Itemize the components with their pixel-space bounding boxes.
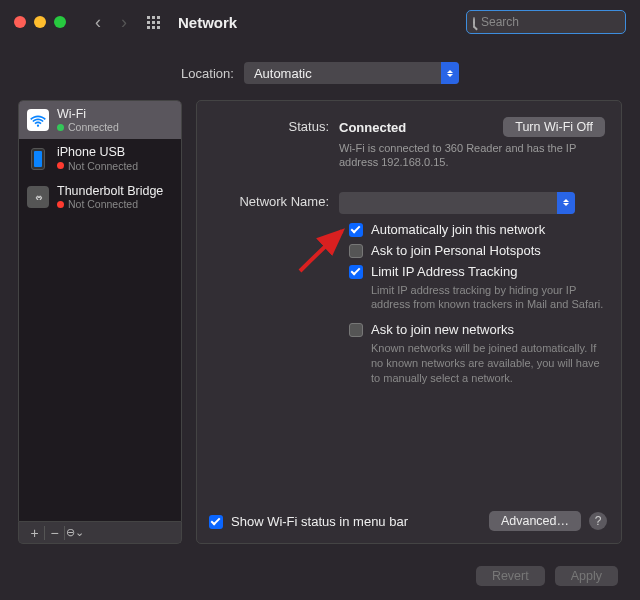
status-row: Status: Connected Turn Wi-Fi Off Wi-Fi i…: [207, 117, 605, 170]
revert-button[interactable]: Revert: [476, 566, 545, 586]
ask-hotspot-row: Ask to join Personal Hotspots: [349, 243, 605, 258]
limit-ip-subtext: Limit IP address tracking by hiding your…: [371, 283, 605, 313]
search-field-wrap[interactable]: [466, 10, 626, 34]
network-name-label: Network Name:: [207, 192, 339, 214]
status-value: Connected: [339, 120, 406, 135]
help-button[interactable]: ?: [589, 512, 607, 530]
back-button[interactable]: ‹: [89, 12, 107, 33]
auto-join-row: Automatically join this network: [349, 222, 605, 237]
show-status-checkbox[interactable]: [209, 515, 223, 529]
sidebar-item-status: Not Connected: [57, 160, 138, 172]
limit-ip-checkbox[interactable]: [349, 265, 363, 279]
wifi-icon: [27, 109, 49, 131]
status-subtext: Wi-Fi is connected to 360 Reader and has…: [339, 141, 579, 170]
ask-new-label: Ask to join new networks: [371, 322, 514, 337]
sidebar-item-name: Thunderbolt Bridge: [57, 184, 163, 198]
network-name-row: Network Name:: [207, 192, 605, 214]
main-content: Wi-Fi Connected iPhone USB Not Connected…: [0, 100, 640, 558]
sidebar-item-name: Wi-Fi: [57, 107, 119, 121]
sidebar-footer: + − ⊖⌄: [18, 522, 182, 544]
sidebar-item-thunderbolt[interactable]: ‹··› Thunderbolt Bridge Not Connected: [19, 178, 181, 216]
show-status-label: Show Wi-Fi status in menu bar: [231, 514, 408, 529]
auto-join-checkbox[interactable]: [349, 223, 363, 237]
minimize-window-button[interactable]: [34, 16, 46, 28]
network-name-select[interactable]: [339, 192, 575, 214]
iphone-icon: [31, 148, 45, 170]
more-options-button[interactable]: ⊖⌄: [65, 527, 85, 538]
window-controls: [14, 16, 66, 28]
titlebar: ‹ › Network: [0, 0, 640, 44]
sidebar-item-iphone-usb[interactable]: iPhone USB Not Connected: [19, 139, 181, 177]
auto-join-label: Automatically join this network: [371, 222, 545, 237]
status-label: Status:: [207, 117, 339, 170]
window-footer: Revert Apply: [0, 558, 640, 594]
forward-button[interactable]: ›: [115, 12, 133, 33]
sidebar-item-wifi[interactable]: Wi-Fi Connected: [19, 101, 181, 139]
advanced-button[interactable]: Advanced…: [489, 511, 581, 531]
maximize-window-button[interactable]: [54, 16, 66, 28]
detail-bottom-bar: Show Wi-Fi status in menu bar Advanced… …: [209, 511, 607, 531]
show-all-icon[interactable]: [147, 16, 160, 29]
ask-new-checkbox[interactable]: [349, 323, 363, 337]
thunderbolt-icon: ‹··›: [27, 186, 49, 208]
remove-network-button[interactable]: −: [45, 526, 65, 540]
window-title: Network: [178, 14, 237, 31]
location-select[interactable]: Automatic: [244, 62, 459, 84]
sidebar-item-status: Not Connected: [57, 198, 163, 210]
location-row: Location: Automatic: [0, 44, 640, 100]
search-icon: [473, 17, 475, 28]
chevron-updown-icon: [441, 62, 459, 84]
location-label: Location:: [181, 66, 234, 81]
ask-new-subtext: Known networks will be joined automatica…: [371, 341, 605, 386]
limit-ip-label: Limit IP Address Tracking: [371, 264, 517, 279]
limit-ip-row: Limit IP Address Tracking: [349, 264, 605, 279]
add-network-button[interactable]: +: [25, 526, 45, 540]
location-value: Automatic: [254, 66, 312, 81]
chevron-updown-icon: [557, 192, 575, 214]
apply-button[interactable]: Apply: [555, 566, 618, 586]
ask-hotspot-label: Ask to join Personal Hotspots: [371, 243, 541, 258]
ask-new-row: Ask to join new networks: [349, 322, 605, 337]
ask-hotspot-checkbox[interactable]: [349, 244, 363, 258]
close-window-button[interactable]: [14, 16, 26, 28]
network-list: Wi-Fi Connected iPhone USB Not Connected…: [18, 100, 182, 522]
network-sidebar: Wi-Fi Connected iPhone USB Not Connected…: [18, 100, 182, 544]
sidebar-item-name: iPhone USB: [57, 145, 138, 159]
turn-wifi-off-button[interactable]: Turn Wi-Fi Off: [503, 117, 605, 137]
sidebar-item-status: Connected: [57, 121, 119, 133]
search-input[interactable]: [481, 15, 631, 29]
detail-panel: Status: Connected Turn Wi-Fi Off Wi-Fi i…: [196, 100, 622, 544]
